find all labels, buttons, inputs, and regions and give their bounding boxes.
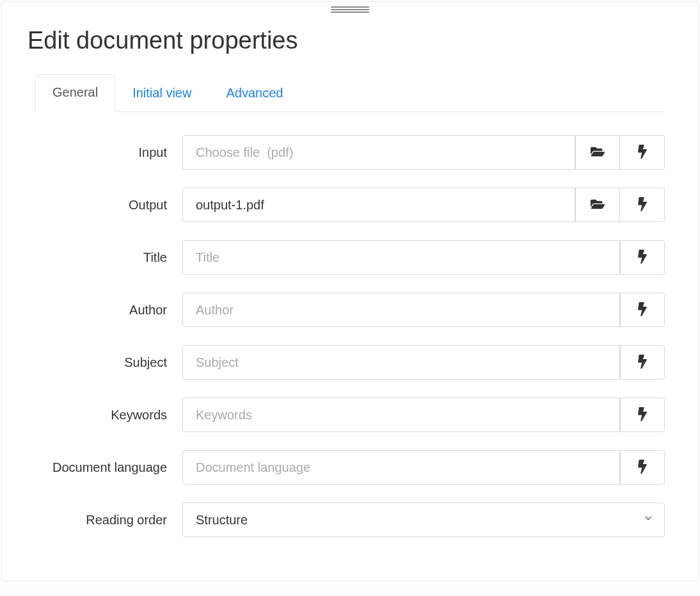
- row-reading-order: Reading order Structure: [35, 503, 665, 537]
- auto-output-button[interactable]: [620, 188, 665, 222]
- drag-handle[interactable]: [331, 6, 369, 13]
- document-properties-card: Edit document properties General Initial…: [1, 1, 699, 581]
- folder-open-icon: [591, 145, 605, 161]
- label-output: Output: [35, 198, 182, 213]
- bolt-icon: [638, 250, 647, 266]
- reading-order-select[interactable]: Structure: [182, 503, 665, 537]
- input-file-field[interactable]: [182, 135, 575, 170]
- row-author: Author: [35, 293, 665, 327]
- label-document-language: Document language: [35, 460, 182, 475]
- keywords-field[interactable]: [182, 398, 620, 432]
- auto-input-button[interactable]: [620, 135, 665, 170]
- tabs-list: General Initial view Advanced: [35, 74, 665, 112]
- row-input: Input: [35, 135, 665, 170]
- author-field[interactable]: [182, 293, 620, 327]
- label-subject: Subject: [35, 355, 182, 370]
- label-title: Title: [35, 250, 182, 265]
- subject-field[interactable]: [182, 345, 620, 380]
- label-author: Author: [35, 303, 182, 318]
- auto-author-button[interactable]: [620, 293, 665, 327]
- bolt-icon: [638, 407, 647, 423]
- bolt-icon: [638, 197, 647, 213]
- row-title: Title: [35, 240, 665, 275]
- row-keywords: Keywords: [35, 398, 665, 432]
- document-language-field[interactable]: [182, 450, 620, 485]
- row-output: Output: [35, 188, 665, 222]
- tab-general[interactable]: General: [35, 74, 115, 112]
- bolt-icon: [638, 145, 647, 161]
- bolt-icon: [638, 302, 647, 318]
- row-document-language: Document language: [35, 450, 665, 485]
- page-title: Edit document properties: [28, 27, 698, 54]
- folder-open-icon: [591, 197, 605, 213]
- tab-advanced[interactable]: Advanced: [209, 75, 300, 112]
- row-subject: Subject: [35, 345, 665, 380]
- output-file-field[interactable]: [182, 188, 575, 222]
- auto-subject-button[interactable]: [620, 345, 665, 380]
- label-reading-order: Reading order: [35, 513, 182, 528]
- label-input: Input: [35, 145, 182, 160]
- auto-keywords-button[interactable]: [620, 398, 665, 432]
- browse-input-button[interactable]: [575, 135, 620, 170]
- auto-title-button[interactable]: [620, 240, 665, 275]
- label-keywords: Keywords: [35, 408, 182, 423]
- browse-output-button[interactable]: [575, 188, 620, 222]
- bolt-icon: [638, 460, 647, 476]
- title-field[interactable]: [182, 240, 620, 275]
- tab-initial-view[interactable]: Initial view: [115, 75, 209, 112]
- auto-document-language-button[interactable]: [620, 450, 665, 485]
- tab-content-general: Input Output: [35, 112, 665, 537]
- bolt-icon: [638, 355, 647, 371]
